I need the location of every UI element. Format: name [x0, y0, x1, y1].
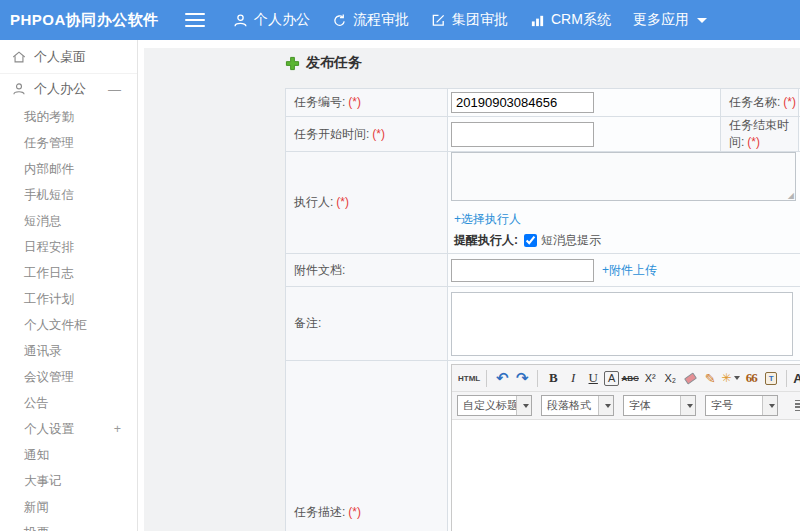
align-left-icon[interactable]	[795, 400, 800, 411]
strikethrough-button[interactable]: ABC	[621, 368, 639, 388]
italic-button[interactable]: I	[564, 368, 582, 388]
required-mark: (*)	[348, 505, 361, 519]
toolbar-separator	[486, 370, 487, 387]
paragraph-format-dropdown[interactable]: 段落格式	[541, 395, 614, 416]
attachment-label: 附件文档:	[294, 263, 345, 277]
app-window: PHPOA协同办公软件 个人办公 流程审批 集团审批 CRM系统 更多应用	[0, 0, 800, 531]
toolbar-separator	[786, 370, 787, 387]
home-icon	[12, 50, 26, 64]
task-form-table: 任务编号:(*) 任务名称:(*) 任务开始时间:(*) 任务结束时间:(*) …	[285, 88, 800, 531]
undo-icon[interactable]: ↶	[493, 368, 511, 388]
nav-workflow-approval[interactable]: 流程审批	[332, 11, 409, 29]
required-mark: (*)	[747, 135, 760, 149]
app-logo: PHPOA协同办公软件	[0, 11, 185, 30]
collapse-icon[interactable]: —	[108, 82, 121, 97]
sidebar-item-announcement[interactable]: 公告	[0, 390, 137, 416]
editor-content-area[interactable]	[452, 420, 800, 531]
main-content: 发布任务 任务编号:(*) 任务名称:(*) 任务开始时间:(*) 任务结束时间…	[144, 48, 800, 531]
underline-button[interactable]: U	[584, 368, 602, 388]
sidebar-item-schedule[interactable]: 日程安排	[0, 234, 137, 260]
start-time-label: 任务开始时间:	[294, 127, 369, 141]
alignment-group	[791, 400, 800, 411]
caret-down-icon	[769, 404, 775, 408]
sidebar-item-desktop[interactable]: 个人桌面	[0, 40, 137, 74]
menu-toggle-icon[interactable]	[185, 13, 205, 27]
user-icon	[233, 13, 248, 28]
sms-remind-checkbox[interactable]	[524, 234, 537, 247]
sidebar-item-milestones[interactable]: 大事记	[0, 468, 137, 494]
subscript-button[interactable]: X₂	[661, 368, 679, 388]
toolbar-separator	[537, 370, 538, 387]
executor-label: 执行人:	[294, 195, 333, 209]
task-number-input[interactable]	[451, 92, 594, 113]
expand-icon[interactable]: +	[114, 416, 121, 442]
description-label: 任务描述:	[294, 505, 345, 519]
note-textarea[interactable]	[451, 292, 793, 356]
sidebar-group-personal-office[interactable]: 个人办公 —	[0, 74, 137, 104]
sidebar-item-task-management[interactable]: 任务管理	[0, 130, 137, 156]
nav-more-apps[interactable]: 更多应用	[633, 11, 707, 29]
sidebar-item-meeting[interactable]: 会议管理	[0, 364, 137, 390]
attachment-input[interactable]	[451, 259, 594, 282]
caret-down-icon	[605, 404, 611, 408]
row-executor: 执行人:(*) ◢ +选择执行人 提醒执行人: 短消息提示	[286, 152, 800, 254]
add-icon	[285, 56, 300, 71]
sidebar-item-internal-mail[interactable]: 内部邮件	[0, 156, 137, 182]
font-color-button[interactable]: A	[793, 368, 800, 388]
eraser-icon[interactable]	[681, 368, 699, 388]
redo-icon[interactable]: ↷	[513, 368, 531, 388]
required-mark: (*)	[783, 95, 796, 109]
custom-title-dropdown[interactable]: 自定义标题	[457, 395, 532, 416]
sidebar: 个人桌面 个人办公 — 我的考勤 任务管理 内部邮件 手机短信 短消息 日程安排…	[0, 40, 138, 531]
row-attachment: 附件文档: +附件上传	[286, 254, 800, 287]
sidebar-item-contacts[interactable]: 通讯录	[0, 338, 137, 364]
row-task-time: 任务开始时间:(*) 任务结束时间:(*)	[286, 117, 800, 152]
nav-crm-system[interactable]: CRM系统	[530, 11, 611, 29]
row-task-number: 任务编号:(*) 任务名称:(*)	[286, 89, 800, 117]
blockquote-button[interactable]: 66	[742, 368, 760, 388]
nav-group-approval[interactable]: 集团审批	[431, 11, 508, 29]
html-source-button[interactable]: HTML	[458, 368, 480, 388]
highlight-color-icon[interactable]: ✳	[721, 368, 740, 388]
task-number-label: 任务编号:	[294, 95, 345, 109]
sidebar-item-sms[interactable]: 手机短信	[0, 182, 137, 208]
start-time-input[interactable]	[451, 122, 594, 147]
rich-text-editor: HTML ↶ ↷ B I U A ABC X²	[451, 364, 800, 531]
row-description: 任务描述:(*) HTML ↶ ↷ B I U	[286, 361, 800, 531]
user-icon	[12, 82, 26, 96]
sidebar-item-news[interactable]: 新闻	[0, 494, 137, 520]
paste-text-icon[interactable]: T	[762, 368, 780, 388]
sidebar-item-file-cabinet[interactable]: 个人文件柜	[0, 312, 137, 338]
sidebar-menu: 我的考勤 任务管理 内部邮件 手机短信 短消息 日程安排 工作日志 工作计划 个…	[0, 104, 137, 531]
required-mark: (*)	[348, 95, 361, 109]
superscript-button[interactable]: X²	[641, 368, 659, 388]
select-executor-link[interactable]: +选择执行人	[454, 212, 521, 226]
required-mark: (*)	[372, 127, 385, 141]
sidebar-item-personal-settings[interactable]: 个人设置+	[0, 416, 137, 442]
editor-toolbar-2: 自定义标题 段落格式 字体 字号	[452, 392, 800, 420]
font-family-dropdown[interactable]: 字体	[623, 395, 696, 416]
sidebar-item-work-log[interactable]: 工作日志	[0, 260, 137, 286]
row-note: 备注:	[286, 287, 800, 361]
sms-remind-label: 短消息提示	[541, 232, 601, 249]
caret-down-icon	[734, 376, 740, 380]
bold-button[interactable]: B	[544, 368, 562, 388]
sidebar-item-vote[interactable]: 投票	[0, 520, 137, 531]
bar-chart-icon	[530, 13, 545, 28]
edit-icon	[431, 13, 446, 28]
caret-down-icon	[697, 18, 707, 23]
workflow-icon	[332, 13, 347, 28]
sidebar-item-attendance[interactable]: 我的考勤	[0, 104, 137, 130]
sidebar-item-notice[interactable]: 通知	[0, 442, 137, 468]
sidebar-item-short-message[interactable]: 短消息	[0, 208, 137, 234]
caret-down-icon	[687, 404, 693, 408]
nav-personal-office[interactable]: 个人办公	[233, 11, 310, 29]
sidebar-item-work-plan[interactable]: 工作计划	[0, 286, 137, 312]
font-size-dropdown[interactable]: 字号	[705, 395, 778, 416]
font-style-button[interactable]: A	[604, 371, 619, 386]
task-name-label: 任务名称:	[729, 95, 780, 109]
format-brush-icon[interactable]: ✎	[701, 368, 719, 388]
upload-attachment-link[interactable]: +附件上传	[602, 262, 657, 279]
page-title: 发布任务	[285, 52, 800, 74]
executor-textarea[interactable]	[451, 152, 796, 201]
